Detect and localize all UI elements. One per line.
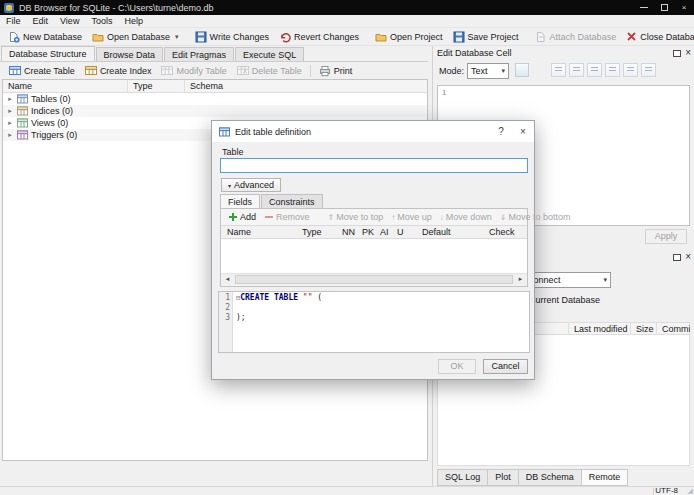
minimize-button[interactable] — [634, 0, 654, 15]
move-bottom-icon: ⇓ — [500, 213, 507, 222]
dock-close-icon[interactable]: × — [685, 252, 691, 262]
cell-toolbar-icon[interactable] — [587, 63, 602, 77]
tab-fields[interactable]: Fields — [220, 194, 260, 208]
new-database-label: New Database — [23, 32, 82, 42]
dock-tab-db-schema[interactable]: DB Schema — [518, 469, 582, 486]
open-database-dropdown-icon[interactable]: ▾ — [175, 33, 179, 41]
close-database-button[interactable]: Close Database — [621, 29, 694, 45]
column-name[interactable]: Name — [227, 226, 251, 239]
minimize-icon — [640, 7, 648, 8]
move-to-top-button[interactable]: ⇑ Move to top — [324, 212, 388, 222]
create-table-button[interactable]: Create Table — [4, 63, 80, 79]
open-database-button[interactable]: Open Database ▾ — [87, 29, 184, 45]
expand-icon[interactable]: ▸ — [6, 119, 14, 127]
structure-toolbar: Create Table Create Index Modify Table D… — [0, 61, 428, 79]
tree-item-indices[interactable]: ▸ Indices (0) — [3, 105, 427, 117]
column-default[interactable]: Default — [422, 226, 451, 239]
open-database-icon — [92, 31, 104, 43]
close-button[interactable]: × — [674, 0, 694, 15]
delete-table-label: Delete Table — [252, 66, 302, 76]
menu-help[interactable]: Help — [118, 15, 149, 28]
move-to-bottom-button[interactable]: ⇓ Move to bottom — [496, 212, 575, 222]
cell-toolbar-icon[interactable] — [641, 63, 656, 77]
app-icon — [4, 3, 14, 13]
dock-close-icon[interactable]: × — [685, 48, 691, 58]
connect-dropdown[interactable]: Connect ▾ — [523, 272, 611, 288]
move-down-button[interactable]: ↓ Move down — [436, 212, 496, 222]
write-changes-button[interactable]: Write Changes — [190, 29, 274, 45]
move-up-button[interactable]: ↑ Move up — [387, 212, 436, 222]
expand-icon[interactable]: ▸ — [6, 107, 14, 115]
mode-combobox[interactable]: Text ▾ — [467, 63, 509, 79]
column-type[interactable]: Type — [302, 226, 322, 239]
cancel-button[interactable]: Cancel — [483, 359, 528, 374]
modify-table-button[interactable]: Modify Table — [156, 63, 231, 79]
move-top-label: Move to top — [336, 212, 383, 222]
dock-tab-plot[interactable]: Plot — [487, 469, 519, 486]
mode-label: Mode: — [439, 66, 464, 76]
dialog-close-button[interactable]: × — [512, 121, 534, 142]
advanced-toggle-button[interactable]: ▾ Advanced — [221, 178, 281, 192]
remove-field-button[interactable]: Remove — [260, 212, 314, 222]
remove-label: Remove — [276, 212, 310, 222]
tree-column-schema[interactable]: Schema — [184, 80, 284, 93]
create-index-button[interactable]: Create Index — [80, 63, 157, 79]
tree-column-name[interactable]: Name — [3, 80, 127, 93]
column-nn[interactable]: NN — [342, 226, 355, 239]
dock-tab-sql-log[interactable]: SQL Log — [437, 469, 488, 486]
tab-execute-sql[interactable]: Execute SQL — [235, 47, 304, 61]
save-project-button[interactable]: Save Project — [448, 29, 524, 45]
menu-file[interactable]: File — [0, 15, 27, 28]
apply-button[interactable]: Apply — [645, 229, 687, 244]
maximize-button[interactable] — [654, 0, 674, 15]
dialog-help-button[interactable]: ? — [490, 121, 512, 142]
cell-toolbar-icon[interactable] — [605, 63, 620, 77]
dock-tabbar: SQL Log Plot DB Schema Remote — [437, 469, 627, 486]
move-down-label: Move down — [446, 212, 492, 222]
tab-edit-pragmas[interactable]: Edit Pragmas — [164, 47, 234, 61]
cell-toolbar-icon[interactable] — [551, 63, 566, 77]
revert-changes-button[interactable]: Revert Changes — [274, 29, 364, 45]
cell-import-icon[interactable] — [515, 63, 529, 77]
tree-item-label: Triggers (0) — [31, 130, 77, 140]
column-u[interactable]: U — [397, 226, 404, 239]
column-pk[interactable]: PK — [362, 226, 374, 239]
print-button[interactable]: Print — [314, 63, 358, 79]
line-number: 3 — [219, 313, 230, 323]
scrollbar-thumb[interactable] — [235, 275, 513, 284]
edit-table-dialog: Edit table definition ? × Table ▾ Advanc… — [211, 120, 535, 380]
window-controls: × — [634, 0, 694, 15]
dock-tab-remote[interactable]: Remote — [581, 469, 629, 486]
column-ai[interactable]: AI — [380, 226, 389, 239]
editor-line-number: 1 — [442, 88, 446, 97]
open-project-button[interactable]: Open Project — [370, 29, 448, 45]
menu-edit[interactable]: Edit — [27, 15, 55, 28]
fields-horizontal-scrollbar[interactable]: ◄ ► — [221, 273, 527, 285]
expand-icon[interactable]: ▸ — [6, 95, 14, 103]
new-database-button[interactable]: New Database — [3, 29, 87, 45]
tab-database-structure[interactable]: Database Structure — [1, 46, 95, 61]
fields-grid-body[interactable] — [221, 239, 527, 273]
scroll-right-icon[interactable]: ► — [514, 274, 527, 285]
table-name-input[interactable] — [220, 158, 528, 173]
menu-view[interactable]: View — [54, 15, 85, 28]
cell-toolbar-icon[interactable] — [569, 63, 584, 77]
delete-table-button[interactable]: Delete Table — [232, 63, 307, 79]
scroll-left-icon[interactable]: ◄ — [221, 274, 234, 285]
menu-tools[interactable]: Tools — [85, 15, 118, 28]
tree-item-tables[interactable]: ▸ Tables (0) — [3, 93, 427, 105]
ok-button[interactable]: OK — [438, 359, 476, 374]
tree-column-type[interactable]: Type — [127, 80, 184, 93]
column-check[interactable]: Check — [489, 226, 515, 239]
add-field-button[interactable]: Add — [224, 212, 260, 222]
print-label: Print — [334, 66, 353, 76]
dock-float-icon[interactable] — [673, 254, 681, 261]
tab-constraints[interactable]: Constraints — [261, 194, 323, 208]
resize-grip[interactable]: ◢ — [688, 487, 693, 495]
tab-browse-data[interactable]: Browse Data — [96, 47, 164, 61]
attach-database-button[interactable]: Attach Database — [530, 29, 622, 45]
cell-toolbar-icon[interactable] — [623, 63, 638, 77]
indices-icon — [17, 106, 28, 116]
expand-icon[interactable]: ▸ — [6, 131, 14, 139]
dock-float-icon[interactable] — [673, 50, 681, 57]
